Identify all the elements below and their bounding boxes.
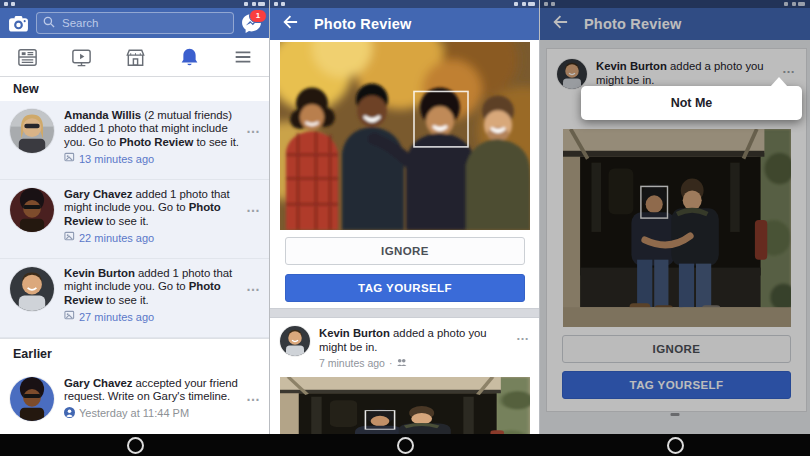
notification-text: Amanda Willis (2 mutual friends) added 1…	[64, 109, 244, 149]
more-options-button[interactable]: …	[246, 202, 261, 212]
section-header-earlier: Earlier	[0, 338, 270, 369]
popup-caret	[770, 77, 788, 87]
friends-icon	[396, 357, 407, 369]
page-title: Photo Review	[314, 16, 411, 32]
ignore-button[interactable]: IGNORE	[285, 237, 525, 265]
meta-separator: ·	[389, 357, 393, 369]
timestamp: 13 minutes ago	[64, 152, 244, 165]
modal-scrim[interactable]	[540, 0, 810, 434]
notification-text: Gary Chavez added 1 photo that might inc…	[64, 188, 244, 228]
android-nav-bar	[540, 434, 810, 456]
home-button[interactable]	[667, 437, 684, 454]
panel-photo-review-popup: Photo Review Kevin Burton added a photo …	[539, 0, 810, 456]
tab-marketplace[interactable]	[108, 38, 162, 76]
post-header: Kevin Burton added a photo you might be …	[280, 326, 530, 369]
triple-screenshot: 1 New Amanda Willis (2 mutual	[0, 0, 810, 456]
group-photo-with-face-box[interactable]	[280, 42, 530, 230]
panel-photo-review: Photo Review IGNORE TAG YOURSELF Kevin B…	[269, 0, 540, 456]
timestamp: Yesterday at 11:44 PM	[64, 407, 244, 420]
card-divider	[270, 308, 540, 318]
timestamp: 27 minutes ago	[64, 310, 244, 323]
notification-body: Gary Chavez added 1 photo that might inc…	[64, 188, 244, 258]
more-options-button[interactable]: …	[516, 328, 530, 343]
photo-review-header: Photo Review	[270, 8, 540, 40]
messenger-badge: 1	[249, 9, 267, 23]
tab-news-feed[interactable]	[0, 38, 54, 76]
timestamp: 22 minutes ago	[64, 231, 244, 244]
notification-gary-photo[interactable]: Gary Chavez added 1 photo that might inc…	[0, 180, 270, 259]
search-bar[interactable]	[36, 12, 234, 34]
tag-yourself-button[interactable]: TAG YOURSELF	[285, 274, 525, 302]
notification-text: Kevin Burton added 1 photo that might in…	[64, 267, 244, 307]
notification-gary-friend-accept[interactable]: Gary Chavez accepted your friend request…	[0, 369, 270, 444]
tab-watch[interactable]	[54, 38, 108, 76]
photo-icon	[64, 310, 75, 323]
notification-body: Amanda Willis (2 mutual friends) added 1…	[64, 109, 244, 179]
photo-post-card[interactable]: Kevin Burton added a photo you might be …	[270, 318, 540, 435]
home-button[interactable]	[127, 437, 144, 454]
search-icon	[43, 14, 55, 32]
photo-icon	[64, 152, 75, 165]
notification-body: Kevin Burton added 1 photo that might in…	[64, 267, 244, 337]
not-me-label: Not Me	[671, 96, 713, 110]
back-arrow-icon[interactable]	[282, 14, 298, 34]
status-bar	[0, 0, 270, 8]
camera-icon[interactable]	[8, 15, 29, 32]
more-options-button[interactable]: …	[246, 123, 261, 133]
notification-amanda-photo[interactable]: Amanda Willis (2 mutual friends) added 1…	[0, 101, 270, 180]
notification-text: Gary Chavez accepted your friend request…	[64, 377, 244, 404]
avatar[interactable]	[10, 377, 54, 421]
section-header-new: New	[0, 77, 270, 101]
not-me-popup-menu-item[interactable]: Not Me	[581, 86, 802, 120]
panel-notifications: 1 New Amanda Willis (2 mutual	[0, 0, 270, 456]
messenger-icon[interactable]: 1	[241, 13, 262, 34]
avatar[interactable]	[280, 326, 310, 356]
fb-friend-icon	[64, 407, 75, 420]
android-nav-bar	[0, 434, 270, 456]
post-meta: 7 minutes ago ·	[319, 357, 514, 369]
avatar[interactable]	[10, 267, 54, 311]
tab-menu[interactable]	[216, 38, 270, 76]
notification-kevin-photo[interactable]: Kevin Burton added 1 photo that might in…	[0, 259, 270, 338]
status-bar	[270, 0, 540, 8]
home-button[interactable]	[397, 437, 414, 454]
tab-notifications-bell-active[interactable]	[162, 38, 216, 76]
post-text: Kevin Burton added a photo you might be …	[319, 326, 514, 355]
photo-review-card: IGNORE TAG YOURSELF	[270, 40, 540, 308]
more-options-button[interactable]: …	[246, 391, 261, 401]
avatar[interactable]	[10, 109, 54, 153]
tab-bar	[0, 38, 270, 77]
avatar[interactable]	[10, 188, 54, 232]
android-nav-bar	[270, 434, 540, 456]
facebook-header: 1	[0, 8, 270, 38]
search-input[interactable]	[60, 16, 227, 30]
trunk-photo-cropped[interactable]	[280, 377, 530, 435]
photo-icon	[64, 231, 75, 244]
post-header-text: Kevin Burton added a photo you might be …	[319, 326, 514, 369]
more-options-button[interactable]: …	[246, 281, 261, 291]
